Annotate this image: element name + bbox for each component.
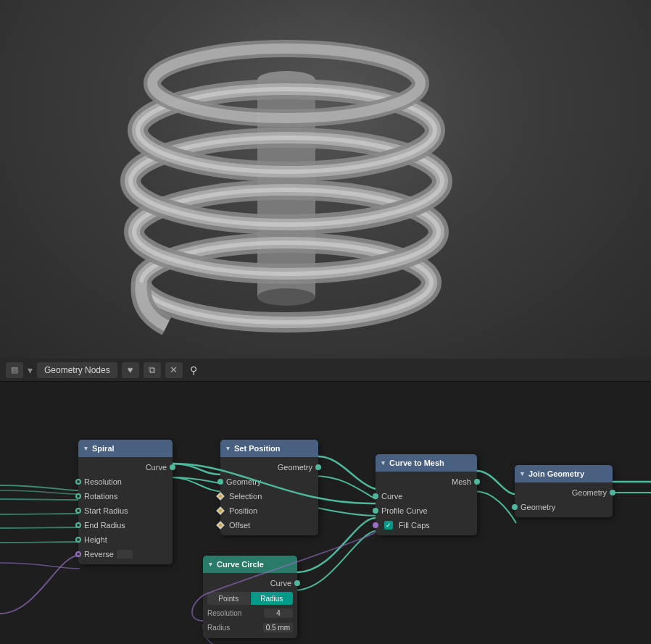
- curvetomesh-input-profile-curve: Profile Curve: [376, 503, 477, 518]
- collapse-icon: ▾: [209, 561, 212, 568]
- close-button[interactable]: ✕: [165, 362, 183, 378]
- socket-curve-in[interactable]: [373, 493, 378, 499]
- curvecircle-body: Curve Points Radius Resolution 4 Radius …: [203, 573, 297, 638]
- socket-fill-caps-in[interactable]: [373, 522, 378, 528]
- pin-button[interactable]: ⚲: [190, 364, 197, 376]
- setpos-input-offset: Offset: [220, 518, 318, 532]
- dropdown-arrow: ▾: [28, 364, 33, 376]
- socket-offset-in[interactable]: [216, 521, 224, 529]
- node-toolbar: ▤ ▾ Geometry Nodes ♥ ⧉ ✕ ⚲: [0, 359, 651, 382]
- mode-points-btn[interactable]: Points: [207, 592, 250, 605]
- joingeom-title: Join Geometry: [528, 469, 584, 478]
- collapse-icon: ▾: [84, 445, 88, 452]
- mode-radius-btn[interactable]: Radius: [251, 592, 294, 605]
- editor-type-button[interactable]: ▤: [6, 362, 23, 378]
- node-spiral[interactable]: ▾ Spiral Curve Resolution Rotations: [78, 440, 173, 564]
- socket-start-radius-in[interactable]: [75, 508, 81, 514]
- curvecircle-output-curve: Curve: [203, 576, 297, 590]
- spiral-output-curve: Curve: [78, 460, 173, 474]
- socket-curve-out[interactable]: [170, 464, 175, 470]
- socket-position-in[interactable]: [216, 506, 224, 514]
- mode-tab-group: Points Radius: [207, 592, 293, 605]
- socket-selection-in[interactable]: [216, 492, 224, 500]
- resolution-label: Resolution: [207, 609, 264, 617]
- curvecircle-radius-row: Radius 0.5 mm: [207, 621, 293, 634]
- node-curve-circle[interactable]: ▾ Curve Circle Curve Points Radius Resol…: [203, 556, 297, 638]
- socket-curve-out[interactable]: [294, 580, 300, 586]
- curvetomesh-input-curve: Curve: [376, 489, 477, 503]
- spiral-input-rotations: Rotations: [78, 489, 173, 503]
- setpos-input-position: Position: [220, 503, 318, 518]
- joingeom-body: Geometry Geometry: [515, 482, 613, 517]
- node-set-position[interactable]: ▾ Set Position Geometry Geometry Selecti…: [220, 440, 318, 535]
- radius-label: Radius: [207, 624, 263, 632]
- curvecircle-header: ▾ Curve Circle: [203, 556, 297, 573]
- spiral-input-start-radius: Start Radius: [78, 503, 173, 518]
- socket-geometry-in[interactable]: [512, 504, 518, 510]
- curvetomesh-input-fill-caps: ✓ Fill Caps: [376, 518, 477, 532]
- curvecircle-title: Curve Circle: [217, 560, 264, 569]
- editor-type-icon: ▤: [11, 365, 18, 375]
- coil-render: [72, 0, 507, 359]
- curvetomesh-output-mesh: Mesh: [376, 474, 477, 489]
- socket-profile-curve-in[interactable]: [373, 508, 378, 514]
- curvetomesh-body: Mesh Curve Profile Curve ✓ Fill Caps: [376, 472, 477, 535]
- node-join-geometry[interactable]: ▾ Join Geometry Geometry Geometry: [515, 465, 613, 517]
- socket-mesh-out[interactable]: [474, 479, 480, 485]
- node-editor[interactable]: ▤ ▾ Geometry Nodes ♥ ⧉ ✕ ⚲: [0, 359, 651, 644]
- socket-reverse-in[interactable]: [75, 551, 81, 557]
- spiral-input-reverse: Reverse: [78, 547, 173, 561]
- setpos-output-geometry: Geometry: [220, 460, 318, 474]
- viewport-3d[interactable]: [0, 0, 651, 359]
- spiral-input-resolution: Resolution: [78, 474, 173, 489]
- spiral-body: Curve Resolution Rotations Start Radius: [78, 457, 173, 564]
- spiral-title: Spiral: [92, 444, 115, 453]
- curvetomesh-title: Curve to Mesh: [389, 459, 444, 467]
- setpos-title: Set Position: [234, 444, 281, 453]
- spiral-input-end-radius: End Radius: [78, 518, 173, 532]
- collapse-icon: ▾: [381, 459, 385, 467]
- node-curve-to-mesh[interactable]: ▾ Curve to Mesh Mesh Curve Profile Curve: [376, 454, 477, 535]
- fill-caps-checkbox[interactable]: ✓: [384, 521, 393, 530]
- socket-height-in[interactable]: [75, 537, 81, 543]
- joingeom-output-geometry: Geometry: [515, 485, 613, 500]
- socket-geometry-in[interactable]: [217, 479, 223, 485]
- toggle-reverse[interactable]: [117, 550, 133, 559]
- socket-resolution-in[interactable]: [75, 479, 81, 485]
- spiral-header: ▾ Spiral: [78, 440, 173, 457]
- socket-rotations-in[interactable]: [75, 493, 81, 499]
- setpos-input-selection: Selection: [220, 489, 318, 503]
- curvecircle-resolution-row: Resolution 4: [207, 606, 293, 619]
- socket-geometry-out[interactable]: [610, 490, 615, 495]
- joingeom-input-geometry: Geometry: [515, 500, 613, 514]
- setpos-input-geometry: Geometry: [220, 474, 318, 489]
- node-name-display: Geometry Nodes: [37, 362, 117, 378]
- resolution-value[interactable]: 4: [264, 609, 293, 618]
- collapse-icon: ▾: [521, 470, 524, 477]
- socket-geometry-out[interactable]: [315, 464, 321, 470]
- spiral-input-height: Height: [78, 532, 173, 547]
- socket-end-radius-in[interactable]: [75, 522, 81, 528]
- svg-point-2: [257, 288, 315, 306]
- curvetomesh-header: ▾ Curve to Mesh: [376, 454, 477, 472]
- radius-value[interactable]: 0.5 mm: [263, 623, 293, 632]
- favorite-button[interactable]: ♥: [122, 362, 139, 378]
- copy-button[interactable]: ⧉: [144, 362, 161, 378]
- joingeom-header: ▾ Join Geometry: [515, 465, 613, 482]
- setpos-header: ▾ Set Position: [220, 440, 318, 457]
- node-canvas: ▾ Spiral Curve Resolution Rotations: [0, 382, 651, 644]
- setpos-body: Geometry Geometry Selection Position: [220, 457, 318, 535]
- collapse-icon: ▾: [226, 445, 230, 452]
